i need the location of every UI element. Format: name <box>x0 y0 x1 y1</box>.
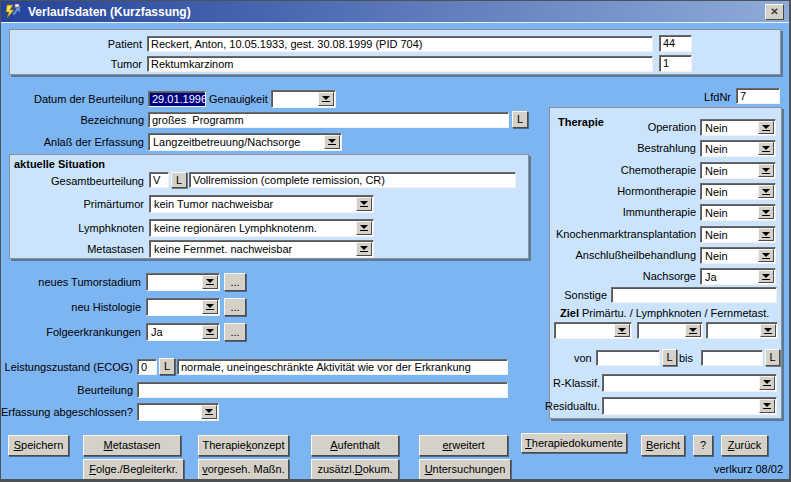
anlass-select[interactable]: Langzeitbetreuung/Nachsorge <box>148 133 342 151</box>
label-post: urück <box>734 440 761 451</box>
therapiekonzept-button[interactable]: Therapiekonzept <box>198 435 289 456</box>
patient-field[interactable]: Reckert, Anton, 10.05.1933, gest. 30.08.… <box>147 36 653 52</box>
situation-panel: aktuelle Situation Gesamtbeurteilung V L… <box>9 154 529 259</box>
bis-label: bis <box>679 352 693 364</box>
erfassung-select[interactable] <box>137 403 219 421</box>
von-field[interactable] <box>596 350 660 366</box>
r-klassif-select[interactable] <box>602 374 777 392</box>
bestrahlung-select[interactable]: Nein <box>700 140 776 157</box>
dropdown-button[interactable] <box>759 399 775 413</box>
bis-lookup-button[interactable]: L <box>765 349 780 366</box>
bezeichnung-field[interactable]: großes Programm <box>148 112 509 128</box>
speichern-button[interactable]: Speichern <box>8 435 69 456</box>
zusaetzl-dokum-button[interactable]: zusätzl.Dokum. <box>311 459 399 480</box>
dropdown-button[interactable] <box>758 121 774 134</box>
dropdown-button[interactable] <box>758 270 774 283</box>
bezeichnung-lookup-button[interactable]: L <box>512 111 528 128</box>
aufenthalt-button[interactable]: Aufenthalt <box>311 435 399 456</box>
metastasen-select[interactable]: keine Fernmet. nachweisbar <box>149 240 374 258</box>
bis-field[interactable] <box>701 350 763 366</box>
gesamtbeurteilung-text-field[interactable]: Vollremission (complete remission, CR) <box>189 172 516 188</box>
lfdnr-field[interactable]: 7 <box>736 88 780 104</box>
tumor-label: Tumor <box>10 58 142 70</box>
folgeerkrankungen-value: Ja <box>151 326 201 338</box>
operation-select[interactable]: Nein <box>700 119 776 136</box>
ziel-primaertumor-select[interactable] <box>554 322 632 339</box>
dropdown-button[interactable] <box>324 135 340 149</box>
gesamtbeurteilung-code-field[interactable]: V <box>149 172 169 188</box>
lymphknoten-select[interactable]: keine regionären Lymphknotenm. <box>149 219 374 237</box>
help-button[interactable]: ? <box>693 435 713 456</box>
von-lookup-button[interactable]: L <box>662 349 677 366</box>
chemotherapie-select[interactable]: Nein <box>700 162 776 179</box>
dropdown-button[interactable] <box>758 142 774 155</box>
residualtumor-select[interactable] <box>602 397 777 415</box>
dropdown-button[interactable] <box>202 300 218 314</box>
genauigkeit-select[interactable] <box>271 90 336 108</box>
tumor-count-field[interactable]: 1 <box>659 55 692 72</box>
histologie-more-button[interactable]: ... <box>224 298 246 316</box>
folgeerkrankungen-select[interactable]: Ja <box>146 323 220 341</box>
vorgeseh-massn-button[interactable]: vorgeseh. Maßn. <box>198 459 289 480</box>
chevron-down-icon <box>762 274 770 278</box>
tumorstadium-select[interactable] <box>146 273 220 291</box>
ziel-lymphknoten-select[interactable] <box>637 322 703 339</box>
chevron-underline <box>206 334 214 335</box>
dropdown-button[interactable] <box>356 221 372 235</box>
therapiedokumente-button[interactable]: Therapiedokumente <box>521 433 627 453</box>
ziel-fernmetastasen-select[interactable] <box>706 322 778 339</box>
titlebar[interactable]: Verlaufsdaten (Kurzfassung) ✕ <box>1 1 789 23</box>
datum-field[interactable]: 29.01.1996 <box>148 91 206 107</box>
dropdown-button[interactable] <box>758 185 774 198</box>
dropdown-button[interactable] <box>758 228 774 241</box>
chevron-underline <box>762 258 770 259</box>
chevron-down-icon <box>762 210 770 214</box>
zurueck-button[interactable]: Zurück <box>721 435 768 456</box>
dropdown-button[interactable] <box>202 325 218 339</box>
histologie-select[interactable] <box>146 298 220 316</box>
primaertumor-select[interactable]: kein Tumor nachweisbar <box>149 195 374 213</box>
beurteilung-field[interactable] <box>137 382 508 398</box>
ecog-text-field[interactable]: normale, uneingeschränkte Aktivität wie … <box>177 359 508 375</box>
bericht-button[interactable]: Bericht <box>641 435 685 456</box>
knochenmark-select[interactable]: Nein <box>700 226 776 243</box>
dropdown-button[interactable] <box>758 206 774 219</box>
anschlussheilbehandlung-select[interactable]: Nein <box>700 247 776 264</box>
gesamtbeurteilung-lookup-button[interactable]: L <box>171 172 187 188</box>
dropdown-button[interactable] <box>758 164 774 177</box>
immuntherapie-value: Nein <box>705 207 757 219</box>
erfassung-label: Erfassung abgeschlossen? <box>1 406 133 418</box>
dropdown-button[interactable] <box>685 324 701 337</box>
nachsorge-select[interactable]: Ja <box>700 268 776 285</box>
untersuchungen-button[interactable]: Untersuchungen <box>419 459 511 480</box>
immuntherapie-label: Immuntherapie <box>550 206 696 218</box>
erweitert-button[interactable]: erweitert <box>419 435 508 456</box>
patient-count-field[interactable]: 44 <box>659 35 692 52</box>
close-button[interactable]: ✕ <box>765 4 784 20</box>
dropdown-button[interactable] <box>356 197 372 211</box>
sonstige-field[interactable] <box>611 287 777 303</box>
knochenmark-label: Knochenmarktransplantation <box>550 228 696 240</box>
metastasen-button[interactable]: Metastasen <box>83 435 181 456</box>
ecog-lookup-button[interactable]: L <box>159 358 175 375</box>
label-post: ufenthalt <box>338 440 380 451</box>
dropdown-button[interactable] <box>318 92 334 106</box>
dropdown-button[interactable] <box>758 249 774 262</box>
folge-begleiterkr-button[interactable]: Folge./Begleiterkr. <box>83 459 184 480</box>
dropdown-button[interactable] <box>759 376 775 390</box>
chevron-down-icon <box>763 403 771 407</box>
dropdown-button[interactable] <box>202 275 218 289</box>
dropdown-button[interactable] <box>356 242 372 256</box>
immuntherapie-select[interactable]: Nein <box>700 204 776 221</box>
tumor-field[interactable]: Rektumkarzinom <box>147 56 653 72</box>
label-post: orgeseh. Maßn. <box>208 464 285 475</box>
label-post: onzept <box>251 440 284 451</box>
dropdown-button[interactable] <box>614 324 630 337</box>
ecog-code-field[interactable]: 0 <box>137 359 157 375</box>
folgeerkrankungen-more-button[interactable]: ... <box>224 323 246 341</box>
chevron-down-icon <box>206 279 214 283</box>
dropdown-button[interactable] <box>201 405 217 419</box>
dropdown-button[interactable] <box>760 324 776 337</box>
tumorstadium-more-button[interactable]: ... <box>224 273 246 291</box>
hormontherapie-select[interactable]: Nein <box>700 183 776 200</box>
